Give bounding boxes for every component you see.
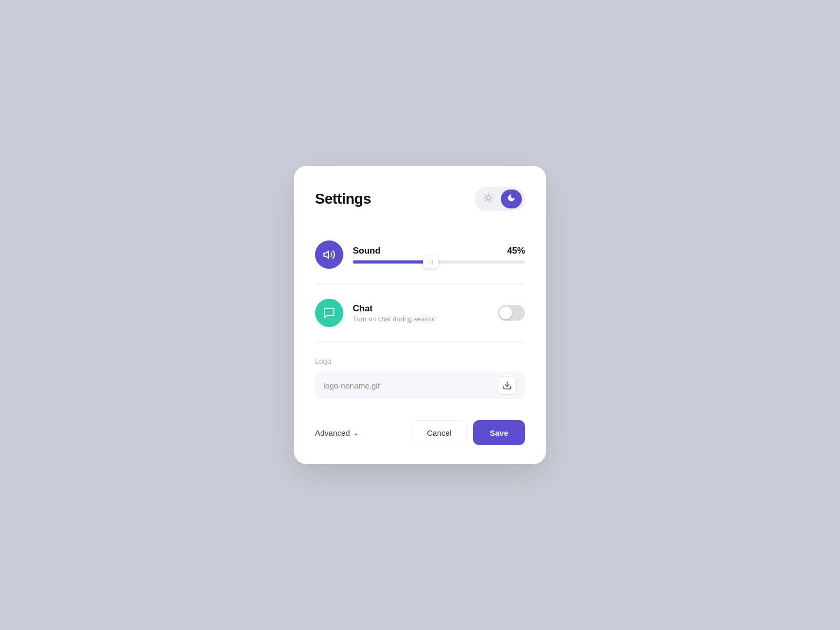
advanced-button[interactable]: Advanced ⌄ [315,428,359,437]
dark-mode-button[interactable] [501,190,522,208]
divider-1 [315,284,525,284]
logo-filename: logo-noname.gif [323,381,491,390]
svg-line-8 [491,195,491,195]
slider-thumb-lines [428,259,433,265]
slider-track [353,260,525,264]
chat-content: Chat Turn on chat during session [353,303,488,323]
logo-label: Logo [315,357,525,365]
logo-input-row: logo-noname.gif [315,372,525,399]
slider-fill [353,260,430,264]
download-icon [502,381,512,390]
footer-actions: Cancel Save [412,420,525,445]
svg-marker-9 [324,251,329,258]
sound-title-row: Sound 45% [353,246,525,256]
sound-slider-container [353,260,525,264]
chevron-down-icon: ⌄ [353,429,359,437]
settings-modal: Settings [294,166,546,464]
logo-upload-button[interactable] [498,376,517,395]
sun-icon [484,193,493,205]
modal-header: Settings [315,187,525,211]
theme-toggle [475,187,525,211]
thumb-line-1 [428,259,429,265]
chat-toggle[interactable] [498,305,525,321]
thumb-line-3 [432,259,433,265]
svg-line-7 [485,201,486,201]
sound-content: Sound 45% [353,246,525,264]
sound-setting-row: Sound 45% [315,230,525,279]
sound-value: 45% [507,246,525,256]
chat-icon [323,307,335,319]
svg-line-4 [491,201,491,201]
modal-title: Settings [315,191,371,207]
slider-thumb[interactable] [423,256,438,268]
sound-icon-bg [315,240,343,269]
sound-label: Sound [353,246,381,256]
light-mode-button[interactable] [478,190,499,208]
chat-setting-row: Chat Turn on chat during session [315,288,525,338]
thumb-line-2 [430,259,431,265]
cancel-button[interactable]: Cancel [412,420,467,445]
moon-icon [507,194,516,204]
chat-icon-bg [315,299,343,327]
chat-label: Chat [353,303,373,313]
volume-icon [323,248,335,261]
svg-point-0 [486,196,490,200]
svg-line-3 [485,195,486,195]
toggle-knob [499,307,512,319]
advanced-label: Advanced [315,428,350,437]
chat-description: Turn on chat during session [353,315,488,323]
save-button[interactable]: Save [473,420,525,445]
modal-footer: Advanced ⌄ Cancel Save [315,420,525,445]
divider-2 [315,342,525,342]
logo-section: Logo logo-noname.gif [315,346,525,405]
